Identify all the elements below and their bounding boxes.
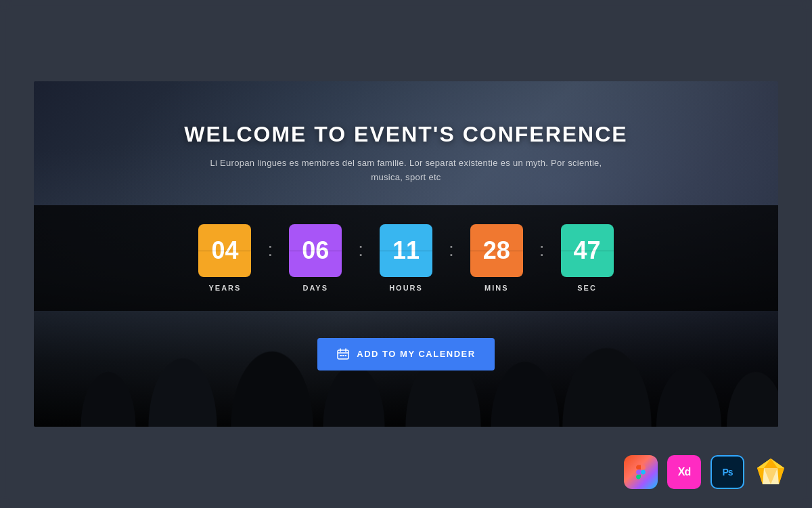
countdown-label-hours: HOURS: [389, 284, 423, 292]
cta-area: ADD TO MY CALENDER: [34, 338, 778, 371]
figma-icon[interactable]: [624, 455, 658, 489]
svg-rect-5: [342, 355, 344, 356]
countdown-item-days: 06 DAYS: [289, 224, 342, 292]
countdown-item-sec: 47 SEC: [561, 224, 614, 292]
countdown-label-days: DAYS: [302, 284, 328, 292]
svg-rect-0: [338, 350, 348, 359]
xd-label: Xd: [678, 466, 690, 478]
svg-rect-4: [340, 355, 342, 356]
hero-top: Welcome To Event's Conference Li Europan…: [34, 81, 778, 185]
page-subtitle: Li Europan lingues es membres del sam fa…: [210, 156, 602, 185]
countdown-label-sec: SEC: [577, 284, 597, 292]
separator-3: :: [449, 224, 454, 261]
calendar-icon: [336, 347, 350, 361]
cta-button-label: ADD TO MY CALENDER: [357, 349, 475, 359]
ps-icon[interactable]: Ps: [710, 455, 744, 489]
sketch-icon[interactable]: [754, 455, 788, 489]
svg-rect-6: [345, 355, 346, 356]
ps-label: Ps: [722, 467, 732, 478]
separator-1: :: [267, 224, 273, 261]
tool-icons: Xd Ps: [624, 455, 788, 489]
countdown-band: 04 YEARS : 06 DAYS : 11 HOURS :: [34, 205, 778, 311]
countdown-box-days: 06: [289, 224, 342, 277]
countdown-box-sec: 47: [561, 224, 614, 277]
countdown-item-hours: 11 HOURS: [380, 224, 432, 292]
add-to-calendar-button[interactable]: ADD TO MY CALENDER: [317, 338, 494, 371]
countdown-item-mins: 28 MINS: [470, 224, 523, 292]
xd-icon[interactable]: Xd: [667, 455, 701, 489]
countdown-label-years: YEARS: [208, 284, 241, 292]
countdown-box-years: 04: [198, 224, 251, 277]
main-card: Welcome To Event's Conference Li Europan…: [34, 81, 778, 427]
countdown-box-mins: 28: [470, 224, 523, 277]
countdown-item-years: 04 YEARS: [198, 224, 251, 292]
page-wrapper: Welcome To Event's Conference Li Europan…: [0, 0, 812, 508]
countdown-box-hours: 11: [380, 224, 432, 277]
countdown-label-mins: MINS: [484, 284, 509, 292]
page-title: Welcome To Event's Conference: [34, 122, 778, 147]
separator-2: :: [358, 224, 363, 261]
separator-4: :: [539, 224, 545, 261]
